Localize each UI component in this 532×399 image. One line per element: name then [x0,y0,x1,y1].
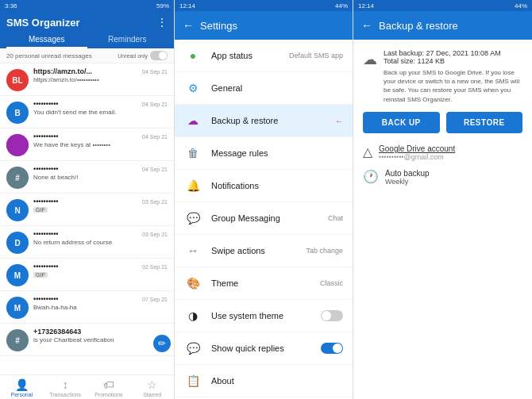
list-item[interactable]: BL https://amzn.to/... 04 Sep 21 https:/… [0,63,174,96]
backup-content: ☁ Last backup: 27 Dec, 2021 10:08 AM Tot… [353,40,532,399]
settings-item-system-theme[interactable]: ◑ Use system theme [175,300,353,332]
quick-replies-icon: 💬 [184,340,202,357]
avatar: N [6,199,29,221]
theme-icon: 🎨 [184,274,202,292]
promotions-icon: 🏷 [103,378,114,391]
auto-backup-icon: 🕐 [363,169,379,184]
backup-header: ← Backup & restore [353,11,532,40]
avatar: M [6,264,29,286]
backup-description: Back up your SMS to Google Drive. If you… [384,68,522,104]
message-content: •••••••••• 03 Sep 21 GIF [33,198,168,213]
system-theme-icon: ◑ [184,307,202,324]
auto-backup-info: Auto backup Weekly [385,169,522,186]
backup-button[interactable]: BACK UP [363,112,440,133]
settings-panel: 12:14 44% ← Settings ● App status Defaul… [175,0,353,399]
overflow-menu-icon[interactable]: ⋮ [156,16,168,29]
transactions-icon: ↕ [63,378,68,391]
settings-item-app-status[interactable]: ● App status Default SMS app [175,40,353,72]
list-item[interactable]: •••••••••• 04 Sep 21 We have the keys at… [0,129,174,161]
bottom-tab-starred[interactable]: ☆ Starred [130,378,174,397]
settings-item-theme[interactable]: 🎨 Theme Classic [175,267,353,300]
bottom-tab-transactions[interactable]: ↕ Transactions [44,378,87,397]
system-theme-toggle[interactable] [321,310,343,321]
swipe-icon: ↔ [184,242,202,259]
total-size-label: Total size: [384,57,415,65]
avatar: M [6,297,29,319]
avatar: B [6,102,29,124]
total-size-value: 1124 KB [418,57,445,65]
bottom-tab-personal[interactable]: 👤 Personal [0,378,44,397]
settings-item-about[interactable]: 📋 About [175,365,353,397]
settings-item-group-messaging[interactable]: 💬 Group Messaging Chat [175,202,353,235]
back-button-3[interactable]: ← [361,19,372,32]
tab-messages[interactable]: Messages [6,32,87,48]
settings-item-general[interactable]: ⚙ General [175,72,353,105]
google-drive-label: Google Drive account [379,144,455,153]
settings-item-backup[interactable]: ☁ Backup & restore ← [175,105,353,137]
bottom-tab-promotions[interactable]: 🏷 Promotions [87,378,131,397]
main-tabs: Messages Reminders [6,32,168,48]
auto-backup-value: Weekly [385,178,522,186]
red-arrow-icon: ← [335,117,343,125]
message-content: https://amzn.to/... 04 Sep 21 https://am… [33,67,168,83]
battery-3: 44% [515,2,527,10]
backup-title: Backup & restore [379,20,458,32]
message-rules-icon: 🗑 [184,144,202,162]
settings-title: Settings [200,20,237,32]
avatar [6,134,29,156]
message-content: •••••••••• 07 Sep 21 Bwah-ha-ha-ha [33,295,168,311]
auto-backup-label: Auto backup [385,169,522,178]
settings-item-message-rules[interactable]: 🗑 Message rules [175,137,353,170]
message-content: •••••••••• 02 Sep 21 GIF [33,263,168,278]
list-item[interactable]: N •••••••••• 03 Sep 21 GIF [0,194,174,226]
unread-toggle[interactable] [150,51,168,60]
google-drive-email: ••••••••••@gmail.com [379,153,522,161]
battery-2: 44% [335,2,348,10]
settings-list: ● App status Default SMS app ⚙ General ☁… [175,40,353,399]
subheader: 20 personal unread messages Unread only [0,48,174,63]
restore-button[interactable]: RESTORE [446,112,523,133]
cloud-upload-icon: ☁ [363,51,377,68]
app-title: SMS Organizer [6,17,79,29]
list-item[interactable]: # +17326384643 is your Chartbeat verific… [0,324,174,356]
settings-item-swipe[interactable]: ↔ Swipe actions Tab change [175,235,353,267]
message-content: •••••••••• 04 Sep 21 None at beach!! [33,165,168,181]
backup-text: Last backup: 27 Dec, 2021 10:08 AM Total… [384,49,522,104]
list-item[interactable]: # •••••••••• 04 Sep 21 None at beach!! [0,161,174,194]
google-drive-row: △ Google Drive account ••••••••••@gmail.… [363,144,522,161]
auto-backup-row: 🕐 Auto backup Weekly [363,169,522,186]
message-content: •••••••••• 04 Sep 21 You didn't send me … [33,100,168,116]
list-item[interactable]: D •••••••••• 03 Sep 21 No return address… [0,226,174,259]
group-messaging-icon: 💬 [184,209,202,227]
status-bar-2: 12:14 44% [175,0,353,11]
status-bar-3: 12:14 44% [353,0,532,11]
about-icon: 📋 [184,372,202,389]
list-item[interactable]: M •••••••••• 02 Sep 21 GIF [0,259,174,291]
message-content: •••••••••• 04 Sep 21 We have the keys at… [33,132,168,148]
avatar: # [6,167,29,189]
tab-reminders[interactable]: Reminders [87,32,168,48]
time-1: 3:36 [5,2,17,10]
notifications-icon: 🔔 [184,177,202,194]
back-button[interactable]: ← [183,19,194,32]
bottom-nav: 👤 Personal ↕ Transactions 🏷 Promotions ☆… [0,374,174,399]
sms-organizer-panel: 3:36 59% SMS Organizer ⋮ Messages Remind… [0,0,175,399]
last-backup-value: 27 Dec, 2021 10:08 AM [426,49,501,57]
backup-restore-panel: 12:14 44% ← Backup & restore ☁ Last back… [353,0,532,399]
settings-item-notifications[interactable]: 🔔 Notifications [175,170,353,202]
google-drive-info: Google Drive account ••••••••••@gmail.co… [379,144,522,161]
general-icon: ⚙ [184,79,202,97]
compose-fab[interactable]: ✏ [153,335,171,352]
list-item[interactable]: M •••••••••• 07 Sep 21 Bwah-ha-ha-ha [0,291,174,324]
battery-1: 59% [156,2,169,10]
panel1-header: SMS Organizer ⋮ Messages Reminders [0,11,174,48]
backup-icon: ☁ [184,112,202,129]
personal-icon: 👤 [15,378,29,391]
time-3: 12:14 [358,2,374,10]
last-backup-label: Last backup: [384,49,424,57]
list-item[interactable]: B •••••••••• 04 Sep 21 You didn't send m… [0,96,174,129]
app-status-icon: ● [184,47,202,64]
settings-header: ← Settings [175,11,353,40]
quick-replies-toggle[interactable] [321,343,343,354]
settings-item-quick-replies[interactable]: 💬 Show quick replies [175,332,353,365]
